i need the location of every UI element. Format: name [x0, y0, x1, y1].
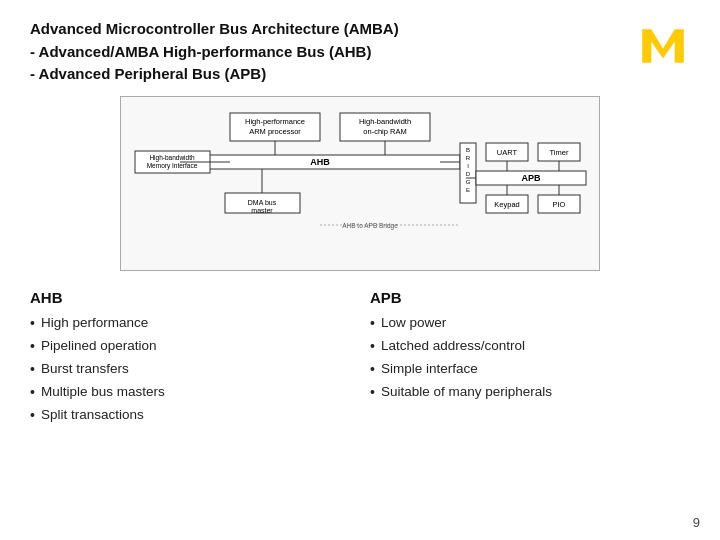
ahb-bullet-4: Multiple bus masters: [30, 381, 350, 404]
header: Advanced Microcontroller Bus Architectur…: [30, 18, 690, 86]
ahb-title: AHB: [30, 289, 350, 306]
content-columns: AHB High performance Pipelined operation…: [30, 289, 690, 427]
svg-text:Memory Interface: Memory Interface: [147, 162, 198, 170]
ahb-bullet-2: Pipelined operation: [30, 335, 350, 358]
apb-bullet-3: Simple interface: [370, 358, 690, 381]
svg-text:High-performance: High-performance: [245, 117, 305, 126]
diagram-svg: High-performance ARM processor High-band…: [130, 103, 590, 263]
ahb-bullet-1: High performance: [30, 312, 350, 335]
svg-text:High-bandwidth: High-bandwidth: [359, 117, 411, 126]
apb-bullet-4: Suitable of many peripherals: [370, 381, 690, 404]
svg-text:D: D: [466, 171, 471, 177]
svg-text:E: E: [466, 187, 470, 193]
logo-block: [635, 18, 690, 73]
svg-text:High-bandwidth: High-bandwidth: [149, 154, 195, 162]
ahb-bullet-5: Split transactions: [30, 404, 350, 427]
svg-text:AHB: AHB: [310, 157, 330, 167]
title-block: Advanced Microcontroller Bus Architectur…: [30, 18, 635, 86]
svg-text:UART: UART: [497, 148, 518, 157]
svg-text:G: G: [466, 179, 471, 185]
michigan-m-logo: [638, 21, 688, 71]
ahb-column: AHB High performance Pipelined operation…: [30, 289, 350, 427]
svg-text:APB: APB: [521, 173, 541, 183]
apb-bullet-list: Low power Latched address/control Simple…: [370, 312, 690, 404]
svg-text:DMA bus: DMA bus: [248, 199, 277, 206]
slide-title: Advanced Microcontroller Bus Architectur…: [30, 18, 635, 86]
apb-bullet-1: Low power: [370, 312, 690, 335]
svg-text:Keypad: Keypad: [494, 200, 519, 209]
svg-text:master: master: [251, 207, 273, 214]
svg-text:PIO: PIO: [553, 200, 566, 209]
svg-text:AHB to APB Bridge: AHB to APB Bridge: [342, 222, 398, 230]
svg-text:R: R: [466, 155, 471, 161]
svg-text:B: B: [466, 147, 470, 153]
svg-text:Timer: Timer: [550, 148, 569, 157]
svg-text:on-chip RAM: on-chip RAM: [363, 127, 406, 136]
architecture-diagram: High-performance ARM processor High-band…: [120, 96, 600, 271]
apb-title: APB: [370, 289, 690, 306]
ahb-bullet-3: Burst transfers: [30, 358, 350, 381]
slide-container: Advanced Microcontroller Bus Architectur…: [0, 0, 720, 540]
apb-bullet-2: Latched address/control: [370, 335, 690, 358]
svg-text:ARM processor: ARM processor: [249, 127, 301, 136]
apb-column: APB Low power Latched address/control Si…: [370, 289, 690, 427]
ahb-bullet-list: High performance Pipelined operation Bur…: [30, 312, 350, 427]
page-number: 9: [693, 515, 700, 530]
svg-marker-0: [642, 29, 684, 62]
